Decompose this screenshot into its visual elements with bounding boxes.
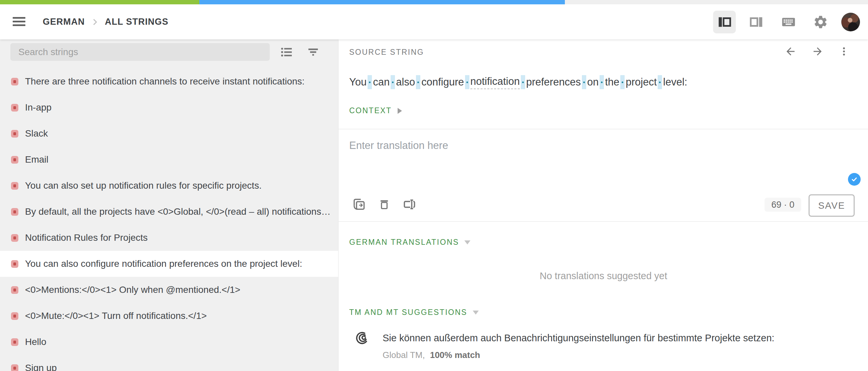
confirm-translation-button[interactable] <box>848 173 861 186</box>
source-word: can <box>373 76 390 88</box>
untranslated-badge <box>11 208 18 216</box>
whitespace-marker <box>599 75 604 89</box>
breadcrumb-language[interactable]: GERMAN <box>43 17 85 27</box>
list-item-label: Slack <box>25 128 48 139</box>
divider <box>339 129 868 129</box>
whitespace-marker <box>465 75 469 89</box>
delete-translation-button[interactable] <box>378 198 391 211</box>
untranslated-badge <box>11 182 18 190</box>
translation-editor-app: GERMAN ALL STRINGS <box>0 0 868 371</box>
german-translations-toggle[interactable]: GERMAN TRANSLATIONS <box>349 238 470 247</box>
untranslated-badge <box>11 260 18 268</box>
next-string-button[interactable] <box>812 45 824 57</box>
list-item[interactable]: <0>Mute:</0><1> Turn off notifications.<… <box>0 303 338 329</box>
source-word: configure <box>421 76 464 88</box>
breadcrumb: GERMAN ALL STRINGS <box>43 4 168 39</box>
list-item[interactable]: In-app <box>0 94 338 121</box>
translation-input[interactable]: Enter translation here <box>349 140 650 186</box>
topbar-actions <box>713 4 860 39</box>
whitespace-marker <box>521 75 525 89</box>
untranslated-badge <box>11 286 18 294</box>
rename-cursor-icon <box>402 197 416 212</box>
user-avatar[interactable] <box>841 13 860 31</box>
language-progress-bar <box>0 0 868 4</box>
copy-source-icon <box>352 197 367 212</box>
untranslated-badge <box>11 312 18 320</box>
divider <box>339 221 868 222</box>
string-menu-button[interactable] <box>839 46 849 57</box>
trash-icon <box>378 198 391 211</box>
arrow-left-icon <box>784 45 797 57</box>
menu-icon[interactable] <box>13 17 25 26</box>
whitespace-marker <box>658 75 662 89</box>
char-counter: 69 · 0 <box>765 198 801 212</box>
expand-right-icon <box>398 108 402 114</box>
insert-placeholder-button[interactable] <box>402 197 416 212</box>
panel-left-layout-icon <box>717 14 732 30</box>
untranslated-badge <box>11 234 18 242</box>
list-item-label: Hello <box>25 337 46 347</box>
german-translations-label: GERMAN TRANSLATIONS <box>349 238 459 247</box>
list-item-label: Email <box>25 154 49 165</box>
check-icon <box>850 175 858 183</box>
context-label: CONTEXT <box>349 106 392 115</box>
untranslated-badge <box>11 338 18 346</box>
list-item-label: You can also set up notification rules f… <box>25 180 262 191</box>
source-word: project <box>626 76 657 88</box>
filter-icon[interactable] <box>307 45 320 59</box>
arrow-right-icon <box>812 45 824 57</box>
list-item[interactable]: Hello <box>0 329 338 355</box>
tm-suggestions-label: TM AND MT SUGGESTIONS <box>349 308 467 317</box>
list-item[interactable]: Email <box>0 147 338 173</box>
list-item-label: Sign up <box>25 363 57 371</box>
progress-segment-translated <box>0 0 199 4</box>
panel-right-layout-button[interactable] <box>745 11 768 33</box>
list-item[interactable]: You can also configure notification pref… <box>0 251 338 277</box>
save-button[interactable]: SAVE <box>809 194 855 217</box>
list-item[interactable]: There are three notification channels to… <box>0 68 338 94</box>
list-item[interactable]: By default, all the projects have <0>Glo… <box>0 199 338 225</box>
list-item-label: <0>Mentions:</0><1> Only when @mentioned… <box>25 284 240 295</box>
source-string-text: Youcanalsoconfigurenotificationpreferenc… <box>349 74 687 90</box>
untranslated-badge <box>11 104 18 112</box>
keyboard-shortcuts-button[interactable] <box>777 11 800 33</box>
panel-right-layout-icon <box>749 14 764 30</box>
tm-suggestion-text[interactable]: Sie können außerdem auch Benachrichtigun… <box>382 333 775 344</box>
list-item-label: In-app <box>25 102 52 113</box>
search-input[interactable] <box>10 43 270 61</box>
previous-string-button[interactable] <box>784 45 797 57</box>
whitespace-marker <box>368 75 372 89</box>
collapse-icon <box>464 241 470 244</box>
sidebar-toolbar <box>280 45 320 59</box>
list-item[interactable]: Slack <box>0 121 338 147</box>
copy-source-button[interactable] <box>352 197 367 212</box>
strings-sidebar: There are three notification channels to… <box>0 39 338 371</box>
breadcrumb-current: ALL STRINGS <box>105 17 168 27</box>
tm-match-icon <box>353 331 369 347</box>
list-item[interactable]: Sign up <box>0 355 338 371</box>
translation-toolbar <box>352 197 416 212</box>
list-item[interactable]: You can also set up notification rules f… <box>0 173 338 199</box>
list-item[interactable]: Notification Rules for Projects <box>0 225 338 251</box>
string-navigation <box>784 45 849 57</box>
source-string-label: SOURCE STRING <box>349 48 424 57</box>
list-item-label: <0>Mute:</0><1> Turn off notifications.<… <box>25 311 207 321</box>
list-item-label: Notification Rules for Projects <box>25 233 148 243</box>
empty-translations-message: No translations suggested yet <box>339 271 868 281</box>
keyboard-icon <box>781 14 796 30</box>
source-word: on <box>587 76 598 88</box>
list-item[interactable]: <0>Mentions:</0><1> Only when @mentioned… <box>0 277 338 303</box>
untranslated-badge <box>11 78 18 86</box>
topbar: GERMAN ALL STRINGS <box>0 4 868 39</box>
settings-button[interactable] <box>809 11 832 33</box>
context-toggle[interactable]: CONTEXT <box>349 106 402 115</box>
list-view-icon[interactable] <box>280 45 294 59</box>
tm-suggestions-toggle[interactable]: TM AND MT SUGGESTIONS <box>349 308 479 317</box>
tm-suggestion-meta: Global TM, 100% match <box>382 350 480 360</box>
source-word: You <box>349 76 367 88</box>
whitespace-marker <box>391 75 395 89</box>
source-word: level: <box>663 76 687 88</box>
panel-left-layout-button[interactable] <box>713 11 736 33</box>
whitespace-marker <box>582 75 586 89</box>
gear-icon <box>813 14 828 30</box>
